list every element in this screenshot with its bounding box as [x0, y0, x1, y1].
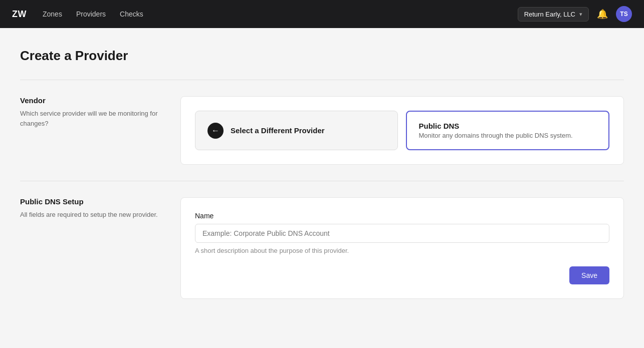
form-hint: A short description about the purpose of… [195, 247, 609, 254]
page-title: Create a Provider [20, 48, 624, 64]
vendor-label: Vendor Which service provider will we be… [20, 96, 180, 165]
dns-heading: Public DNS Setup [20, 197, 164, 206]
arrow-left-icon: ← [211, 126, 220, 135]
nav-right: Return Early, LLC ▾ 🔔 TS [518, 6, 632, 22]
nav-links: Zones Providers Checks [43, 10, 502, 18]
nav-link-checks[interactable]: Checks [120, 10, 143, 18]
vendor-card-select-different[interactable]: ← Select a Different Provider [195, 111, 398, 150]
vendor-card-public-dns[interactable]: Public DNS Monitor any domains through t… [406, 111, 610, 150]
back-icon: ← [207, 123, 224, 139]
dns-content: Name A short description about the purpo… [180, 197, 624, 299]
vendor-cards: ← Select a Different Provider Public DNS… [195, 111, 609, 150]
vendor-card-desc-public-dns: Monitor any domains through the public D… [419, 132, 573, 139]
page-container: Create a Provider Vendor Which service p… [0, 28, 644, 335]
name-input[interactable] [195, 224, 609, 243]
nav-link-zones[interactable]: Zones [43, 10, 62, 18]
save-button[interactable]: Save [569, 266, 609, 284]
vendor-section: Vendor Which service provider will we be… [20, 80, 624, 181]
vendor-card-text-public-dns: Public DNS Monitor any domains through t… [419, 122, 573, 139]
vendor-card-title-select-different: Select a Different Provider [231, 126, 325, 135]
chevron-down-icon: ▾ [579, 11, 582, 18]
dns-description: All fields are required to setup the new… [20, 210, 164, 220]
vendor-description: Which service provider will we be monito… [20, 109, 164, 128]
dns-label: Public DNS Setup All fields are required… [20, 197, 180, 299]
nav-link-providers[interactable]: Providers [76, 10, 106, 18]
dns-section: Public DNS Setup All fields are required… [20, 181, 624, 315]
org-selector[interactable]: Return Early, LLC ▾ [518, 7, 589, 22]
org-label: Return Early, LLC [524, 11, 575, 18]
vendor-card-text-select-different: Select a Different Provider [231, 126, 325, 135]
vendor-heading: Vendor [20, 96, 164, 105]
avatar[interactable]: TS [616, 6, 632, 22]
form-actions: Save [195, 266, 609, 284]
vendor-card-title-public-dns: Public DNS [419, 122, 573, 130]
bell-icon[interactable]: 🔔 [597, 9, 608, 20]
app-logo: ZW [12, 9, 27, 20]
vendor-content: ← Select a Different Provider Public DNS… [180, 96, 624, 165]
navbar: ZW Zones Providers Checks Return Early, … [0, 0, 644, 28]
name-label: Name [195, 212, 609, 220]
